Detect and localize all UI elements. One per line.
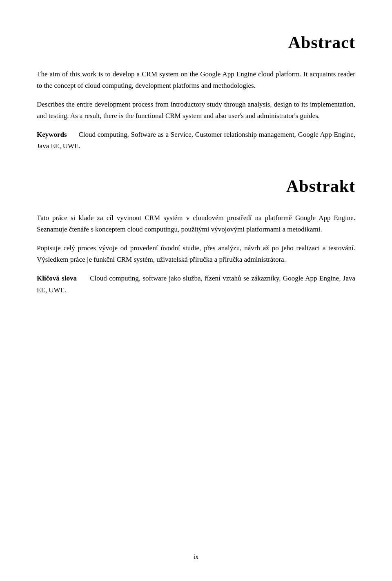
english-keywords: Keywords Cloud computing, Software as a … xyxy=(37,129,355,152)
czech-abstract-title: Abstrakt xyxy=(37,176,355,196)
english-keywords-label: Keywords xyxy=(37,131,67,138)
page: Abstract The aim of this work is to deve… xyxy=(0,0,392,581)
english-abstract-title: Abstract xyxy=(37,33,355,52)
english-abstract-section: Abstract The aim of this work is to deve… xyxy=(37,33,355,152)
english-paragraph-1: The aim of this work is to develop a CRM… xyxy=(37,69,355,91)
czech-abstract-section: Abstrakt Tato práce si klade za cíl vyvi… xyxy=(37,176,355,296)
english-keywords-text: Cloud computing, Software as a Service, … xyxy=(37,131,355,150)
page-number: ix xyxy=(0,553,392,561)
czech-paragraph-1: Tato práce si klade za cíl vyvinout CRM … xyxy=(37,212,355,235)
czech-keywords: Klíčová slova Cloud computing, software … xyxy=(37,273,355,296)
czech-keywords-text: Cloud computing, software jako služba, ř… xyxy=(37,274,355,294)
czech-paragraph-2: Popisuje celý proces vývoje od provedení… xyxy=(37,243,355,265)
czech-keywords-label: Klíčová slova xyxy=(37,274,77,282)
english-paragraph-2: Describes the entire development process… xyxy=(37,99,355,122)
